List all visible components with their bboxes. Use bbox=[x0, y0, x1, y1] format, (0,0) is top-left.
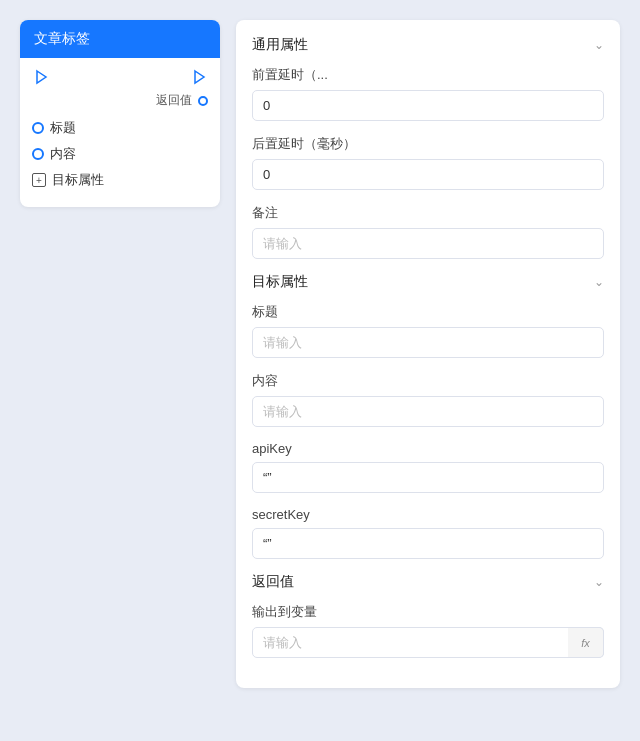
remark-label: 备注 bbox=[252, 204, 604, 222]
left-item-title[interactable]: 标题 bbox=[32, 119, 208, 137]
return-row: 返回值 bbox=[32, 92, 208, 109]
radio-title bbox=[32, 122, 44, 134]
left-item-target-props[interactable]: + 目标属性 bbox=[32, 171, 208, 189]
content-field-input[interactable] bbox=[252, 396, 604, 427]
remark-input[interactable] bbox=[252, 228, 604, 259]
svg-marker-0 bbox=[37, 71, 46, 83]
left-item-target-props-label: 目标属性 bbox=[52, 171, 104, 189]
left-item-content-label: 内容 bbox=[50, 145, 76, 163]
expand-target-props-icon: + bbox=[32, 173, 46, 187]
general-section-header: 通用属性 ⌄ bbox=[252, 36, 604, 54]
post-delay-label: 后置延时（毫秒） bbox=[252, 135, 604, 153]
output-var-label: 输出到变量 bbox=[252, 603, 604, 621]
general-section-title: 通用属性 bbox=[252, 36, 308, 54]
left-item-content[interactable]: 内容 bbox=[32, 145, 208, 163]
left-panel-body: 返回值 标题 内容 + 目标属性 bbox=[20, 58, 220, 207]
output-connector-icon[interactable] bbox=[190, 68, 208, 86]
target-props-section-title: 目标属性 bbox=[252, 273, 308, 291]
input-connector-icon[interactable] bbox=[32, 68, 50, 86]
left-item-title-label: 标题 bbox=[50, 119, 76, 137]
apikey-label: apiKey bbox=[252, 441, 604, 456]
connector-row bbox=[32, 68, 208, 86]
radio-content bbox=[32, 148, 44, 160]
title-field-label: 标题 bbox=[252, 303, 604, 321]
left-panel: 文章标签 返回值 标题 内容 + bbox=[20, 20, 220, 207]
target-props-section-header: 目标属性 ⌄ bbox=[252, 273, 604, 291]
return-value-section-title: 返回值 bbox=[252, 573, 294, 591]
fx-button[interactable]: fx bbox=[568, 627, 604, 658]
general-chevron-icon[interactable]: ⌄ bbox=[594, 38, 604, 52]
secretkey-label: secretKey bbox=[252, 507, 604, 522]
left-panel-header: 文章标签 bbox=[20, 20, 220, 58]
return-label: 返回值 bbox=[156, 92, 192, 109]
output-var-input[interactable] bbox=[252, 627, 604, 658]
return-value-chevron-icon[interactable]: ⌄ bbox=[594, 575, 604, 589]
return-dot bbox=[198, 96, 208, 106]
left-panel-title: 文章标签 bbox=[34, 30, 90, 46]
target-props-chevron-icon[interactable]: ⌄ bbox=[594, 275, 604, 289]
apikey-input[interactable] bbox=[252, 462, 604, 493]
svg-marker-1 bbox=[195, 71, 204, 83]
content-field-label: 内容 bbox=[252, 372, 604, 390]
right-panel: 通用属性 ⌄ 前置延时（... 后置延时（毫秒） 备注 目标属性 ⌄ 标题 内容… bbox=[236, 20, 620, 688]
title-field-input[interactable] bbox=[252, 327, 604, 358]
output-var-wrapper: fx bbox=[252, 627, 604, 658]
fx-label: fx bbox=[581, 637, 590, 649]
pre-delay-input[interactable] bbox=[252, 90, 604, 121]
secretkey-input[interactable] bbox=[252, 528, 604, 559]
pre-delay-label: 前置延时（... bbox=[252, 66, 604, 84]
return-value-section-header: 返回值 ⌄ bbox=[252, 573, 604, 591]
post-delay-input[interactable] bbox=[252, 159, 604, 190]
